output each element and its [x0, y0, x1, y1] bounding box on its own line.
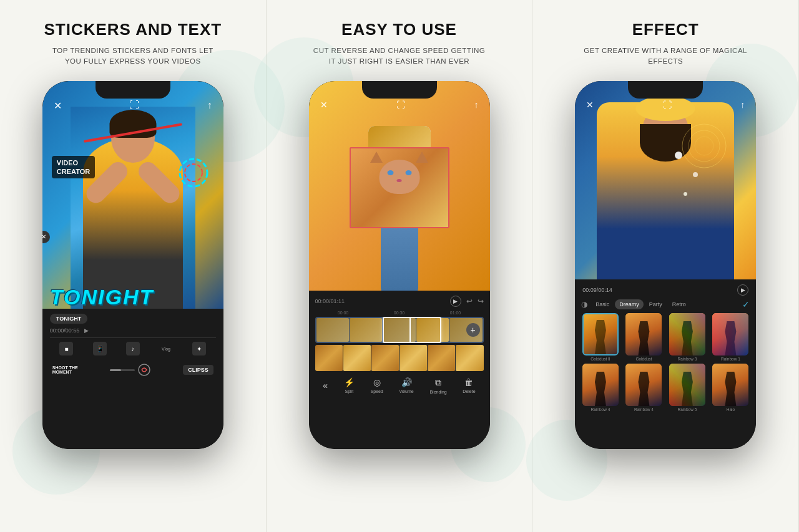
play-btn-icon[interactable]: ▶ [84, 327, 89, 334]
phone3-timebar: 00:09/00:14 ▶ [580, 284, 751, 296]
phone3-video-area [575, 81, 756, 284]
phone2-topbar: ✕ ⛶ ↑ [309, 100, 490, 110]
p3-close-icon[interactable]: ✕ [586, 100, 594, 110]
effects-grid-row2: Rainbow 4 Rainbow 4 [580, 364, 751, 412]
phone-easy: ✕ ⛶ ↑ [309, 81, 490, 449]
effect-thumb-golddust [625, 313, 662, 355]
app-brand-name: CLIPSS [183, 365, 213, 375]
label-rainbow1: Rainbow 1 [721, 357, 740, 361]
phone-stickers: ✕ ⛶ ↑ [42, 81, 223, 449]
blending-label: Blending [429, 390, 446, 394]
p3-play-btn[interactable]: ▶ [737, 284, 748, 296]
effects-grid: Golddust II Golddust [580, 313, 751, 361]
speed-label: Speed [370, 389, 383, 394]
effect-rainbow1[interactable]: Rainbow 1 [710, 313, 752, 361]
p2-undo-icon[interactable]: ↪ [478, 297, 484, 306]
effect-thumb-rainbow3 [669, 313, 705, 355]
effect-rainbow4b[interactable]: Rainbow 4 [624, 364, 665, 412]
svg-point-1 [185, 164, 202, 181]
thumb-3 [371, 345, 399, 371]
thumb-1 [315, 345, 343, 371]
stickers-section: STICKERS AND TEXT TOP TRENDING STICKERS … [0, 0, 267, 532]
phone3-bottom-panel: 00:09/00:14 ▶ ◑ Basic Dreamy Party Retro… [575, 279, 756, 448]
phone1-topbar: ✕ ⛶ ↑ [42, 100, 223, 112]
tool-blend[interactable]: ⧉ Blending [429, 377, 446, 394]
x-remove-btn[interactable]: ✕ [42, 231, 50, 243]
loop-icon [137, 363, 151, 377]
effect-golddust2[interactable]: Golddust II [580, 313, 621, 361]
tonight-text: TONIGHT [50, 285, 154, 309]
stickers-title: STICKERS AND TEXT [44, 20, 222, 39]
effect-rainbow5[interactable]: Rainbow 5 [667, 364, 708, 412]
effect-rainbow4a[interactable]: Rainbow 4 [580, 364, 621, 412]
tonight-tag: TONIGHT [50, 314, 87, 324]
easy-subtitle: CUT REVERSE AND CHANGE SPEED GETTING IT … [312, 46, 487, 67]
share-icon[interactable]: ↑ [207, 100, 212, 111]
expand-icon[interactable]: ⛶ [129, 100, 139, 111]
p3-expand-icon[interactable]: ⛶ [663, 100, 672, 110]
easy-title: EASY TO USE [341, 20, 457, 39]
p3-share-icon[interactable]: ↑ [740, 100, 745, 110]
effect-thumb-r4a [582, 364, 619, 406]
phone2-video-area [309, 81, 490, 294]
tab-dreamy[interactable]: Dreamy [615, 299, 644, 309]
split-label: Split [345, 389, 353, 394]
p2-redo-icon[interactable]: ↩ [466, 297, 473, 306]
p2-play-btn[interactable]: ▶ [450, 296, 461, 307]
label-r5: Rainbow 5 [678, 407, 697, 412]
phone1-screen: ✕ ⛶ ↑ [42, 81, 223, 449]
label-halo: Halo [727, 407, 735, 412]
overlay-4 [712, 313, 748, 355]
easy-section: EASY TO USE CUT REVERSE AND CHANGE SPEED… [267, 0, 533, 532]
thumb-2 [343, 345, 371, 371]
effect-confirm-icon[interactable]: ✓ [742, 299, 750, 309]
phone2-bottom-panel: 00:00/01:11 ▶ ↩ ↪ 00:00 00:30 01:00 [309, 291, 490, 449]
timeline-ruler: 00:00 00:30 01:00 [315, 311, 484, 315]
close-icon[interactable]: ✕ [54, 100, 62, 112]
overlay-7 [669, 364, 705, 406]
phone1-bottom-bar: SHOOT THEMOMENT CLIPSS [50, 359, 216, 377]
effect-halo[interactable]: Halo [710, 364, 752, 412]
phone1-bottom-panel: TONIGHT 00:00/00:55 ▶ ■ 📱 ♪ [42, 309, 223, 448]
phone3-topbar: ✕ ⛶ ↑ [575, 100, 756, 110]
tool-delete[interactable]: 🗑 Delete [463, 377, 475, 394]
tab-retro[interactable]: Retro [668, 299, 690, 309]
tool-volume[interactable]: 🔊 Volume [399, 377, 413, 394]
tool-back[interactable]: « [323, 380, 328, 390]
phone3-timecode: 00:09/00:14 [582, 287, 612, 293]
tab-basic[interactable]: Basic [591, 299, 614, 309]
tool-mobile[interactable]: 📱 [93, 342, 107, 355]
p2-expand-icon[interactable]: ⛶ [396, 100, 405, 110]
effect-subtitle: GET CREATIVE WITH A RANGE OF MAGICAL EFF… [578, 46, 753, 67]
label-rainbow3: Rainbow 3 [678, 357, 697, 361]
phone1-toolbar: ■ 📱 ♪ Vlog ✦ [50, 337, 216, 359]
tool-speed[interactable]: ◎ Speed [370, 377, 383, 394]
svg-point-4 [689, 130, 720, 162]
sticker-line2: CREATOR [57, 167, 90, 176]
thumbnail-strip[interactable] [315, 345, 484, 371]
tab-party[interactable]: Party [645, 299, 667, 309]
overlay-3 [669, 313, 705, 355]
phone2-timeline-main[interactable]: + [315, 317, 484, 343]
p2-close-icon[interactable]: ✕ [320, 100, 328, 110]
svg-point-0 [180, 159, 207, 186]
thumb-5 [428, 345, 455, 371]
tool-vlog[interactable]: Vlog [159, 342, 173, 355]
effect-golddust[interactable]: Golddust [624, 313, 665, 361]
effect-rainbow3[interactable]: Rainbow 3 [667, 313, 708, 361]
stickers-subtitle: TOP TRENDING STICKERS AND FONTS LET YOU … [46, 46, 220, 67]
tool-music[interactable]: ♪ [126, 342, 140, 355]
timeline-cursor [409, 317, 411, 343]
cat-preview-box [350, 147, 449, 228]
add-clip-btn[interactable]: + [466, 323, 480, 337]
svg-point-5 [695, 137, 713, 155]
tool-square[interactable]: ■ [59, 342, 73, 355]
effect-tabs-row: ◑ Basic Dreamy Party Retro ✓ [580, 299, 751, 309]
tool-split[interactable]: ⚡ Split [344, 377, 355, 394]
delete-label: Delete [463, 389, 475, 394]
tool-effects[interactable]: ✦ [192, 342, 206, 355]
thumb-4 [400, 345, 427, 371]
p2-share-icon[interactable]: ↑ [474, 100, 479, 110]
effect-title: EFFECT [632, 20, 699, 39]
phone1-timecode: 00:00/00:55 ▶ [50, 327, 216, 334]
